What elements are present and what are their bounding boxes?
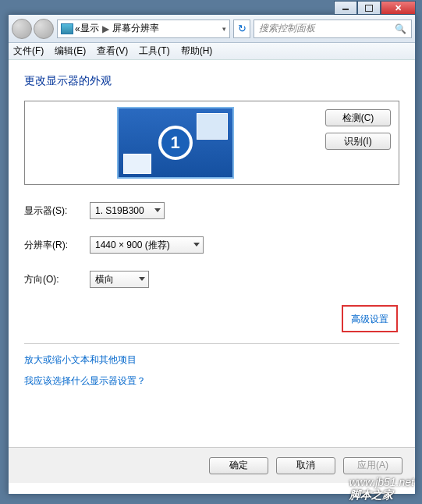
divider (24, 343, 399, 344)
chevron-down-icon (139, 277, 145, 284)
search-input[interactable]: 搜索控制面板 🔍 (254, 20, 412, 38)
chevron-right-icon: ▶ (99, 23, 112, 34)
chevron-down-icon (154, 208, 161, 215)
resolution-label: 分辨率(R): (24, 239, 90, 252)
menu-help[interactable]: 帮助(H) (181, 44, 213, 58)
refresh-button[interactable]: ↻ (233, 20, 250, 38)
control-panel-icon (61, 23, 73, 34)
close-button[interactable] (381, 1, 416, 15)
chevron-down-icon (193, 243, 200, 250)
highlight-box: 高级设置 (342, 305, 398, 332)
watermark-name: 脚本之家 (349, 488, 414, 502)
detect-button[interactable]: 检测(C) (325, 109, 391, 126)
menu-view[interactable]: 查看(V) (97, 44, 128, 58)
menu-file[interactable]: 文件(F) (13, 44, 44, 58)
navigation-header: « 显示 ▶ 屏幕分辨率 ▾ ↻ 搜索控制面板 🔍 (9, 15, 415, 43)
breadcrumb-back: « (75, 23, 80, 34)
resolution-select[interactable]: 1440 × 900 (推荐) (90, 236, 204, 254)
identify-button[interactable]: 识别(I) (325, 133, 391, 150)
preview-buttons: 检测(C) 识别(I) (325, 101, 399, 184)
menu-tools[interactable]: 工具(T) (139, 44, 169, 58)
watermark-url: www.jb51.net (349, 476, 414, 488)
watermark: www.jb51.net 脚本之家 (349, 476, 414, 502)
control-panel-window: « 显示 ▶ 屏幕分辨率 ▾ ↻ 搜索控制面板 🔍 文件(F) 编辑(E) 查看… (8, 14, 416, 495)
window-thumb (197, 113, 228, 140)
forward-button[interactable] (34, 19, 54, 39)
which-display-link[interactable]: 我应该选择什么显示器设置？ (24, 374, 399, 388)
orientation-row: 方向(O): 横向 (24, 271, 399, 288)
display-row: 显示器(S): 1. S19B300 (24, 202, 399, 219)
advanced-link-row: 高级设置 (24, 305, 399, 332)
ok-button[interactable]: 确定 (209, 457, 268, 474)
monitor-1[interactable]: 1 (117, 107, 234, 179)
orientation-value: 横向 (95, 273, 114, 286)
window-controls (334, 1, 416, 15)
monitor-number: 1 (158, 126, 193, 160)
nav-back-forward (12, 19, 54, 39)
breadcrumb-item-display[interactable]: 显示 (80, 22, 99, 35)
text-size-link[interactable]: 放大或缩小文本和其他项目 (24, 353, 399, 367)
display-value: 1. S19B300 (95, 205, 144, 216)
menu-edit[interactable]: 编辑(E) (55, 44, 86, 58)
search-icon: 🔍 (395, 23, 406, 34)
breadcrumb[interactable]: « 显示 ▶ 屏幕分辨率 ▾ (57, 20, 230, 38)
search-placeholder: 搜索控制面板 (259, 22, 315, 35)
orientation-label: 方向(O): (24, 273, 90, 286)
display-select[interactable]: 1. S19B300 (90, 202, 165, 219)
orientation-select[interactable]: 横向 (90, 271, 149, 288)
content-area: 更改显示器的外观 1 检测(C) 识别(I) 显示器(S): 1. S19B30… (9, 60, 415, 388)
menu-bar: 文件(F) 编辑(E) 查看(V) 工具(T) 帮助(H) (9, 43, 415, 60)
breadcrumb-dropdown-icon[interactable]: ▾ (222, 25, 226, 33)
display-preview: 1 检测(C) 识别(I) (24, 101, 399, 185)
maximize-button[interactable] (357, 1, 381, 15)
taskbar-thumb (123, 154, 151, 174)
refresh-icon: ↻ (238, 23, 246, 34)
breadcrumb-item-resolution[interactable]: 屏幕分辨率 (112, 22, 159, 35)
monitor-area: 1 (25, 101, 325, 184)
back-button[interactable] (12, 19, 32, 39)
display-label: 显示器(S): (24, 204, 90, 218)
advanced-settings-link[interactable]: 高级设置 (351, 314, 388, 325)
page-title: 更改显示器的外观 (24, 74, 399, 88)
cancel-button[interactable]: 取消 (276, 457, 335, 474)
minimize-button[interactable] (334, 1, 357, 15)
resolution-value: 1440 × 900 (推荐) (95, 239, 170, 252)
resolution-row: 分辨率(R): 1440 × 900 (推荐) (24, 236, 399, 254)
apply-button[interactable]: 应用(A) (343, 457, 402, 474)
